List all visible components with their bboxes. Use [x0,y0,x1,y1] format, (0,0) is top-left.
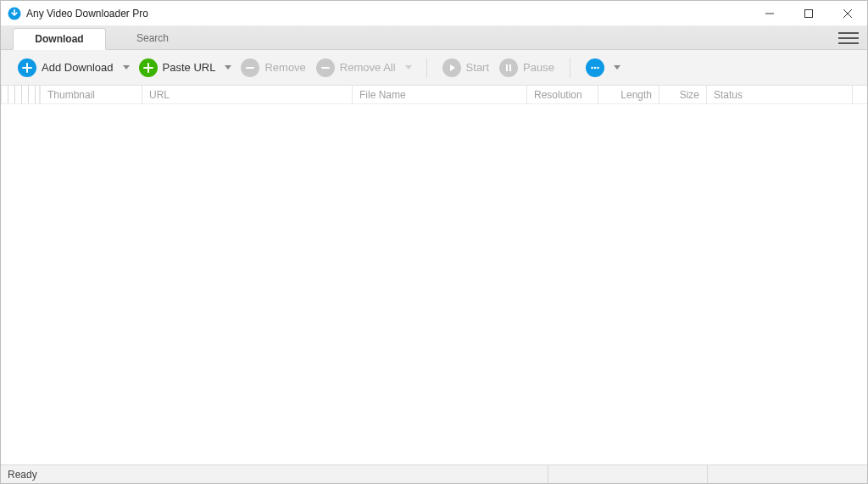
column-length[interactable]: Length [598,86,659,103]
add-download-dropdown[interactable] [120,55,132,81]
minus-icon [316,58,335,77]
column-status[interactable]: Status [706,86,852,103]
plus-icon [18,58,36,77]
column-size[interactable]: Size [659,86,706,103]
app-title: Any Video Downloader Pro [26,8,148,19]
app-icon [8,7,21,20]
column-status-label: Status [714,89,743,101]
tab-strip: Download Search [1,26,867,50]
status-bar: Ready [1,465,867,483]
remove-all-dropdown[interactable] [403,55,415,81]
tab-search-label: Search [136,32,169,44]
column-url[interactable]: URL [142,86,352,103]
svg-rect-2 [506,64,508,71]
status-text: Ready [8,469,37,481]
start-label: Start [466,61,489,74]
paste-url-dropdown[interactable] [222,55,234,81]
svg-point-5 [594,66,597,69]
remove-button[interactable]: Remove [237,55,309,81]
column-tail [852,86,867,103]
minus-icon [241,58,259,77]
row-handle-column[interactable] [1,86,40,103]
column-thumbnail-label: Thumbnail [47,89,95,101]
toolbar: Add Download Paste URL Remove Remove All [1,50,867,86]
plus-icon [139,58,158,77]
toolbar-separator [426,58,427,78]
tab-download[interactable]: Download [13,28,106,50]
more-button[interactable] [582,55,608,81]
column-filename-label: File Name [359,89,406,101]
column-filename[interactable]: File Name [352,86,526,103]
tab-search[interactable]: Search [106,27,199,49]
column-resolution-label: Resolution [534,89,582,101]
remove-label: Remove [264,61,305,74]
close-button[interactable] [828,1,867,26]
pause-icon [499,58,518,77]
menu-button[interactable] [838,30,859,47]
status-slot-2 [708,465,867,483]
column-headers: Thumbnail URL File Name Resolution Lengt… [1,86,867,104]
title-bar: Any Video Downloader Pro [1,1,867,26]
add-download-label: Add Download [42,61,114,74]
paste-url-button[interactable]: Paste URL [136,55,220,81]
pause-button[interactable]: Pause [496,55,558,81]
column-thumbnail[interactable]: Thumbnail [40,86,142,103]
more-icon [586,58,604,77]
column-url-label: URL [149,89,170,101]
app-window: Any Video Downloader Pro Download Search [0,0,868,484]
svg-point-4 [591,66,593,69]
tab-download-label: Download [35,33,83,45]
remove-all-label: Remove All [340,61,396,74]
paste-url-label: Paste URL [163,61,216,74]
start-button[interactable]: Start [439,55,492,81]
column-resolution[interactable]: Resolution [526,86,598,103]
more-dropdown[interactable] [611,55,623,81]
column-length-label: Length [620,89,652,101]
pause-label: Pause [523,61,554,74]
maximize-button[interactable] [789,1,828,26]
status-text-cell: Ready [1,465,548,483]
minimize-button[interactable] [750,1,789,26]
column-size-label: Size [680,89,699,101]
svg-point-6 [597,66,599,69]
add-download-button[interactable]: Add Download [14,55,117,81]
play-icon [442,58,461,77]
status-slot-1 [548,465,708,483]
svg-rect-3 [509,64,511,71]
svg-rect-1 [805,9,813,17]
download-list[interactable] [1,104,867,465]
remove-all-button[interactable]: Remove All [313,55,399,81]
toolbar-separator [570,58,570,78]
